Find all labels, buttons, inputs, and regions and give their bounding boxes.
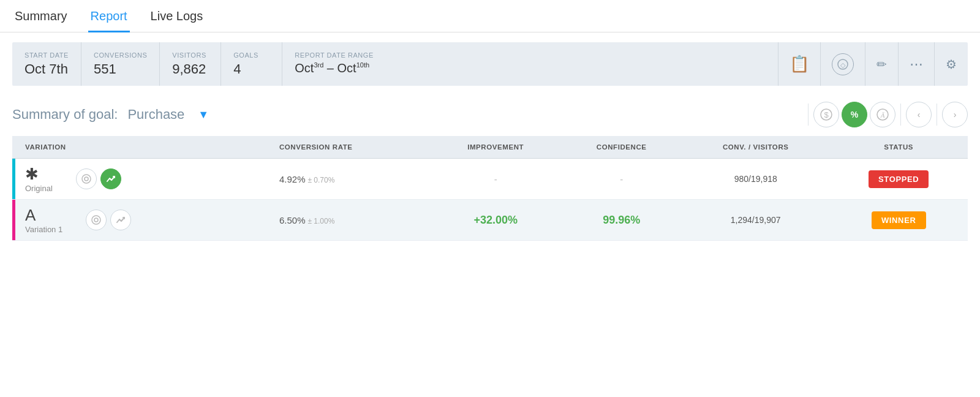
svg-point-9 [94,218,98,222]
results-table: VARIATION CONVERSION RATE IMPROVEMENT CO… [12,136,968,241]
divider-2 [900,104,901,126]
th-confidence: CONFIDENCE [561,136,682,159]
share-icon-btn[interactable]: ⋯ [899,42,935,86]
report-date-range-value: Oct3rd – Oct10th [295,61,766,75]
original-confidence: - [561,159,682,200]
variation1-chart-btn[interactable] [110,210,131,230]
stat-visitors: VISITORS 9,862 [160,42,221,86]
gear-icon: ⚙ [946,57,957,72]
stat-conversions: CONVERSIONS 551 [81,42,160,86]
variation1-conv-visitors: 1,294/19,907 [682,200,829,241]
stopped-badge[interactable]: STOPPED [869,170,929,188]
variation1-conv-rate: 6.50% ± 1.00% [270,200,430,241]
edit-icon-btn[interactable]: ✏ [865,42,899,86]
goal-actions: $ % Ā ‹ › [805,102,968,127]
svg-text:$: $ [824,110,829,119]
next-btn[interactable]: › [942,102,968,127]
variation1-confidence: 99.96% [561,200,682,241]
svg-point-8 [92,216,100,224]
original-status: STOPPED [829,159,968,200]
original-variation-cell: ✱ Original [15,159,270,200]
variation1-status: WINNER [829,200,968,241]
variation1-improvement: +32.00% [430,200,561,241]
settings-icon-btn[interactable]: ⚙ [935,42,968,86]
original-chart-btn[interactable] [100,168,121,189]
goal-name: Purchase [127,107,184,123]
original-conv-visitors: 980/19,918 [682,159,829,200]
code-icon: ◇ [832,53,854,75]
tabs-bar: Summary Report Live Logs [0,0,980,32]
th-status: STATUS [829,136,968,159]
currency-btn[interactable]: $ [813,102,839,127]
table-row: A Variation 1 [12,200,968,241]
th-conv-visitors: CONV. / VISITORS [682,136,829,159]
goal-dropdown-icon[interactable]: ▼ [198,108,209,121]
report-date-range-label: REPORT DATE RANGE [295,51,766,60]
original-sublabel: Original [25,184,53,193]
stat-start-date: START DATE Oct 7th [12,42,81,86]
th-conv-rate: CONVERSION RATE [270,136,430,159]
th-improvement: IMPROVEMENT [430,136,561,159]
stat-goals: GOALS 4 [221,42,282,86]
percent-btn[interactable]: % [842,102,867,127]
stats-bar: START DATE Oct 7th CONVERSIONS 551 VISIT… [12,42,968,86]
table-header-row: VARIATION CONVERSION RATE IMPROVEMENT CO… [12,136,968,159]
chevron-right-icon: › [954,110,957,119]
winner-badge[interactable]: WINNER [872,211,926,229]
original-eye-btn[interactable] [76,168,97,189]
th-variation: VARIATION [15,136,270,159]
clipboard-icon: 📋 [790,55,809,74]
svg-point-6 [82,175,91,183]
edit-icon: ✏ [876,57,887,72]
svg-text:◇: ◇ [840,61,846,68]
original-conv-rate: 4.92% ± 0.70% [270,159,430,200]
stat-report-date-range: REPORT DATE RANGE Oct3rd – Oct10th [282,42,778,86]
goal-summary-row: Summary of goal: Purchase ▼ $ % Ā ‹ › [0,96,980,136]
conversions-value: 551 [94,61,147,77]
share-icon: ⋯ [910,56,923,72]
goals-label: GOALS [233,51,270,60]
svg-text:Ā: Ā [880,112,885,119]
variation1-sublabel: Variation 1 [25,225,62,234]
start-date-value: Oct 7th [24,61,69,77]
visitors-label: VISITORS [172,51,208,60]
original-symbol: ✱ [25,165,53,184]
goal-summary-prefix: Summary of goal: [12,107,118,123]
code-icon-btn[interactable]: ◇ [821,42,865,86]
variation1-cell: A Variation 1 [15,200,270,241]
conversions-label: CONVERSIONS [94,51,147,60]
prev-btn[interactable]: ‹ [906,102,932,127]
tab-report[interactable]: Report [88,1,130,32]
divider-3 [937,104,937,126]
original-improvement: - [430,159,561,200]
avg-btn[interactable]: Ā [870,102,895,127]
divider-1 [808,104,809,126]
results-table-wrap: VARIATION CONVERSION RATE IMPROVEMENT CO… [12,136,968,241]
visitors-value: 9,862 [172,61,208,77]
table-row: ✱ Original 4.9 [12,159,968,200]
tab-summary[interactable]: Summary [12,1,70,32]
variation1-eye-btn[interactable] [86,210,107,230]
percent-icon: % [851,110,858,119]
start-date-label: START DATE [24,51,69,60]
goals-value: 4 [233,61,270,77]
svg-point-7 [85,177,88,181]
tab-livelogs[interactable]: Live Logs [148,1,206,32]
chevron-left-icon: ‹ [918,110,921,119]
clipboard-icon-btn[interactable]: 📋 [778,42,821,86]
variation1-symbol: A [25,206,62,225]
